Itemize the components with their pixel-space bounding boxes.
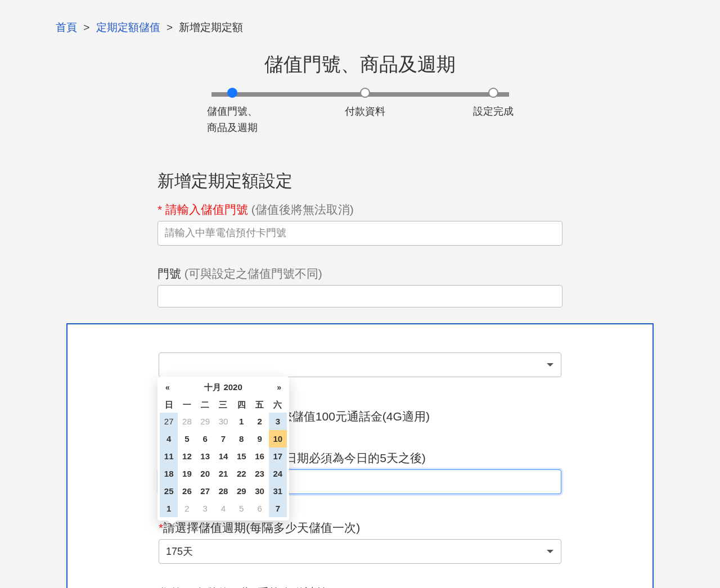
- datepicker-dow: 日: [160, 397, 178, 413]
- datepicker-dow: 一: [178, 397, 196, 413]
- breadcrumb-sep: >: [83, 21, 89, 33]
- datepicker-day[interactable]: 1: [160, 500, 178, 517]
- datepicker-day[interactable]: 1: [232, 413, 250, 430]
- datepicker-day[interactable]: 5: [232, 500, 250, 517]
- datepicker-next[interactable]: »: [277, 383, 281, 392]
- datepicker-day[interactable]: 31: [269, 482, 287, 500]
- cycle-label-row: *請選擇儲值週期(每隔多少天儲值一次): [159, 520, 561, 536]
- step-dot: [488, 88, 498, 98]
- phone-label: 請輸入儲值門號: [165, 203, 248, 216]
- datepicker-day[interactable]: 2: [250, 413, 268, 430]
- step-3: 設定完成: [473, 88, 514, 120]
- datepicker-day[interactable]: 23: [250, 465, 268, 482]
- breadcrumb-sep: >: [166, 21, 173, 33]
- datepicker-day[interactable]: 21: [214, 465, 232, 482]
- datepicker-day[interactable]: 7: [214, 430, 232, 447]
- datepicker-day[interactable]: 4: [160, 430, 178, 447]
- datepicker-day[interactable]: 29: [196, 413, 214, 430]
- next-date-label: 您的下次儲值日期(系統自動計算): [159, 585, 561, 588]
- required-mark: *: [158, 203, 165, 216]
- datepicker-prev[interactable]: «: [165, 383, 170, 392]
- datepicker-dow: 五: [250, 397, 268, 413]
- datepicker-title[interactable]: 十月 2020: [204, 382, 242, 393]
- datepicker-day[interactable]: 15: [232, 447, 250, 465]
- product-select[interactable]: [159, 352, 561, 377]
- datepicker-dow: 四: [232, 397, 250, 413]
- cycle-select[interactable]: 175天: [159, 539, 561, 564]
- datepicker-day[interactable]: 26: [178, 482, 196, 500]
- datepicker-dow: 三: [214, 397, 232, 413]
- breadcrumb: 首頁 > 定期定額儲值 > 新增定期定額: [47, 0, 673, 52]
- datepicker-day[interactable]: 2: [178, 500, 196, 517]
- datepicker-day[interactable]: 3: [269, 413, 287, 430]
- datepicker-dow-row: 日一二三四五六: [160, 397, 287, 413]
- datepicker-day[interactable]: 9: [250, 430, 268, 447]
- step-1: 儲值門號、 商品及週期: [207, 88, 258, 136]
- datepicker-day[interactable]: 6: [250, 500, 268, 517]
- datepicker-day[interactable]: 10: [269, 430, 287, 447]
- datepicker-days-grid: 2728293012345678910111213141516171819202…: [160, 413, 287, 517]
- datepicker-day[interactable]: 12: [178, 447, 196, 465]
- product-panel: 元 商品說明:購買後自動為您儲值100元通話金(4G適用) *請設定您的首次儲值…: [66, 323, 654, 588]
- datepicker-day[interactable]: 8: [232, 430, 250, 447]
- stepper: 儲值門號、 商品及週期 付款資料 設定完成: [207, 88, 514, 136]
- datepicker-day[interactable]: 7: [269, 500, 287, 517]
- phone-input[interactable]: [158, 221, 562, 246]
- step-2: 付款資料: [345, 88, 385, 120]
- datepicker-day[interactable]: 29: [232, 482, 250, 500]
- datepicker-day[interactable]: 11: [160, 447, 178, 465]
- datepicker-day[interactable]: 28: [178, 413, 196, 430]
- phone-label-row: * 請輸入儲值門號 (儲值後將無法取消): [158, 202, 562, 218]
- datepicker-day[interactable]: 16: [250, 447, 268, 465]
- datepicker-day[interactable]: 28: [214, 482, 232, 500]
- datepicker-day[interactable]: 22: [232, 465, 250, 482]
- step-label: 設定完成: [473, 103, 514, 120]
- required-mark: *: [159, 521, 163, 534]
- datepicker-day[interactable]: 20: [196, 465, 214, 482]
- datepicker-day[interactable]: 13: [196, 447, 214, 465]
- datepicker-day[interactable]: 25: [160, 482, 178, 500]
- step-dot: [227, 88, 237, 98]
- step-dot: [360, 88, 370, 98]
- breadcrumb-home[interactable]: 首頁: [56, 21, 77, 33]
- datepicker-day[interactable]: 30: [214, 413, 232, 430]
- datepicker-day[interactable]: 27: [160, 413, 178, 430]
- section-title: 新增定期定額設定: [158, 170, 562, 193]
- datepicker-day[interactable]: 24: [269, 465, 287, 482]
- datepicker-day[interactable]: 5: [178, 430, 196, 447]
- datepicker-day[interactable]: 17: [269, 447, 287, 465]
- breadcrumb-recurring[interactable]: 定期定額儲值: [96, 21, 160, 33]
- datepicker-day[interactable]: 19: [178, 465, 196, 482]
- contact-note: (可與設定之儲值門號不同): [181, 267, 322, 280]
- datepicker-day[interactable]: 4: [214, 500, 232, 517]
- datepicker-day[interactable]: 18: [160, 465, 178, 482]
- datepicker-dow: 六: [269, 397, 287, 413]
- datepicker-day[interactable]: 14: [214, 447, 232, 465]
- contact-label: 門號: [158, 267, 181, 280]
- datepicker-day[interactable]: 30: [250, 482, 268, 500]
- datepicker-day[interactable]: 3: [196, 500, 214, 517]
- datepicker-day[interactable]: 6: [196, 430, 214, 447]
- contact-label-row: 門號 (可與設定之儲值門號不同): [158, 266, 562, 282]
- phone-note: (儲值後將無法取消): [248, 203, 354, 216]
- datepicker-day[interactable]: 27: [196, 482, 214, 500]
- contact-input[interactable]: [158, 285, 562, 307]
- page-title: 儲值門號、商品及週期: [47, 52, 673, 78]
- datepicker-dow: 二: [196, 397, 214, 413]
- datepicker[interactable]: « 十月 2020 » 日一二三四五六 27282930123456789101…: [158, 377, 289, 521]
- breadcrumb-current: 新增定期定額: [179, 21, 243, 33]
- step-label: 付款資料: [345, 103, 385, 120]
- cycle-label: 請選擇儲值週期(每隔多少天儲值一次): [163, 521, 360, 534]
- step-label: 儲值門號、 商品及週期: [207, 103, 258, 136]
